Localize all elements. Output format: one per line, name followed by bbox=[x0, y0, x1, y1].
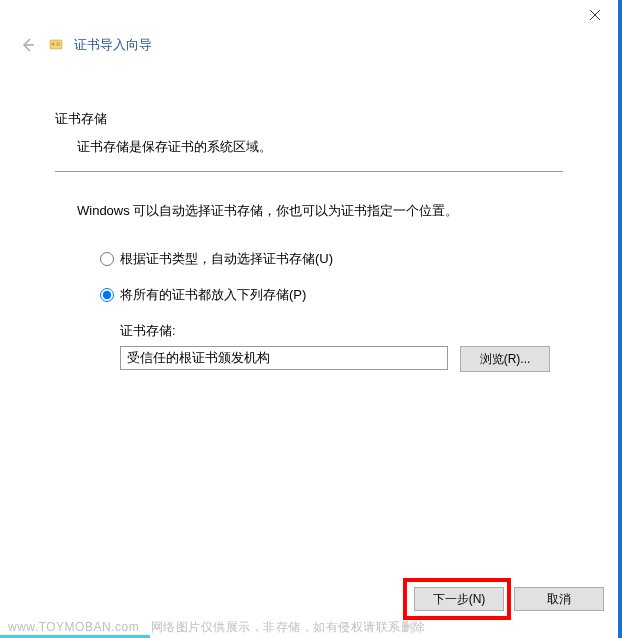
cancel-button[interactable]: 取消 bbox=[514, 587, 604, 611]
close-button[interactable] bbox=[572, 0, 618, 30]
store-input[interactable] bbox=[120, 346, 448, 370]
radio-manual-label[interactable]: 将所有的证书都放入下列存储(P) bbox=[120, 286, 306, 304]
watermark: www.TOYMOBAN.com 网络图片仅供展示，非存储，如有侵权请联系删除 bbox=[8, 619, 426, 636]
store-label: 证书存储: bbox=[120, 322, 563, 340]
wizard-header: 证书导入向导 bbox=[0, 0, 618, 55]
close-icon bbox=[590, 10, 600, 20]
footer-buttons: 下一步(N) 取消 bbox=[414, 587, 604, 611]
instruction-text: Windows 可以自动选择证书存储，你也可以为证书指定一个位置。 bbox=[55, 202, 563, 220]
store-section: 证书存储: 浏览(R)... bbox=[55, 322, 563, 372]
radio-auto-label[interactable]: 根据证书类型，自动选择证书存储(U) bbox=[120, 250, 333, 268]
section-description: 证书存储是保存证书的系统区域。 bbox=[55, 138, 563, 156]
next-button[interactable]: 下一步(N) bbox=[414, 587, 504, 611]
radio-manual-select[interactable] bbox=[100, 288, 114, 302]
content-area: 证书存储 证书存储是保存证书的系统区域。 Windows 可以自动选择证书存储，… bbox=[0, 55, 618, 372]
wizard-title: 证书导入向导 bbox=[74, 36, 152, 54]
browse-button[interactable]: 浏览(R)... bbox=[460, 346, 550, 372]
back-arrow-icon bbox=[20, 37, 36, 53]
radio-group: 根据证书类型，自动选择证书存储(U) 将所有的证书都放入下列存储(P) bbox=[55, 250, 563, 304]
watermark-domain: www.TOYMOBAN.com bbox=[8, 620, 139, 634]
divider bbox=[55, 171, 563, 172]
watermark-text: 网络图片仅供展示，非存储，如有侵权请联系删除 bbox=[151, 620, 426, 634]
svg-point-4 bbox=[52, 43, 55, 46]
section-title: 证书存储 bbox=[55, 110, 563, 128]
certificate-wizard-icon bbox=[48, 37, 64, 53]
radio-auto-select[interactable] bbox=[100, 252, 114, 266]
back-button[interactable] bbox=[18, 35, 38, 55]
